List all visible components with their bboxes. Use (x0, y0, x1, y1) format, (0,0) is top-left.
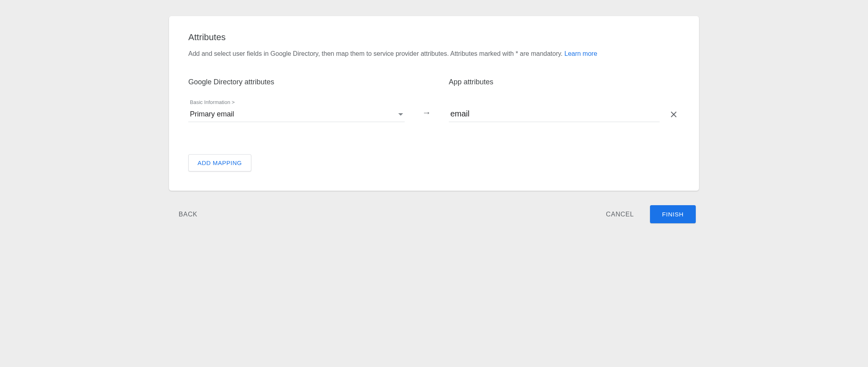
target-attribute-field (449, 107, 680, 122)
footer: BACK CANCEL FINISH (169, 205, 699, 223)
add-mapping-button[interactable]: ADD MAPPING (188, 154, 251, 171)
footer-right: CANCEL FINISH (599, 205, 696, 223)
chevron-down-icon (398, 113, 403, 116)
remove-mapping-button[interactable] (668, 108, 680, 120)
source-column-header: Google Directory attributes (188, 78, 419, 86)
target-attribute-input[interactable] (449, 107, 660, 122)
arrow-spacer: → (405, 108, 449, 122)
card-description: Add and select user fields in Google Dir… (188, 49, 680, 59)
back-button[interactable]: BACK (172, 207, 204, 222)
attributes-card: Attributes Add and select user fields in… (169, 16, 699, 191)
columns-header: Google Directory attributes App attribut… (188, 78, 680, 86)
cancel-button[interactable]: CANCEL (599, 207, 640, 222)
mapping-row: Basic Information > Primary email → (188, 99, 680, 122)
description-text: Add and select user fields in Google Dir… (188, 50, 564, 57)
close-icon (669, 110, 678, 119)
finish-button[interactable]: FINISH (650, 205, 696, 223)
card-title: Attributes (188, 32, 680, 43)
source-attribute-value: Primary email (190, 110, 234, 118)
learn-more-link[interactable]: Learn more (564, 50, 597, 57)
source-category-label: Basic Information > (188, 99, 405, 105)
arrow-right-icon: → (422, 108, 431, 118)
source-attribute-select[interactable]: Primary email (188, 108, 405, 122)
source-attribute-field: Basic Information > Primary email (188, 99, 405, 122)
target-column-header: App attributes (449, 78, 680, 86)
